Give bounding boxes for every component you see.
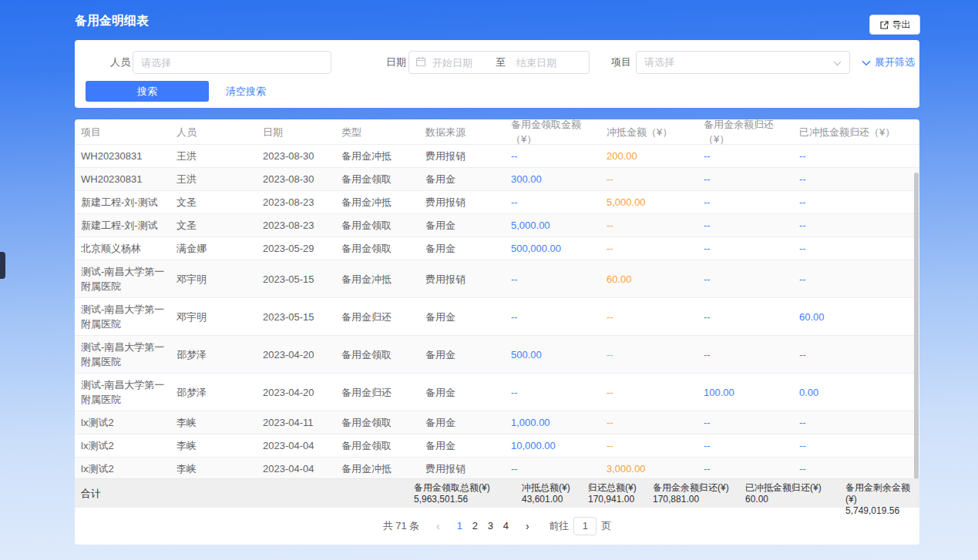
cell: 备用金归还 bbox=[335, 306, 419, 328]
cell: 备用金 bbox=[419, 214, 505, 236]
cell: 邵梦泽 bbox=[170, 344, 257, 366]
cell: 李峡 bbox=[170, 434, 257, 457]
table-row: lx测试2李峡2023-04-04备用金冲抵费用报销--3,000.00---- bbox=[75, 458, 919, 478]
export-icon bbox=[879, 20, 889, 30]
summary-item: 已冲抵金额归还(¥)60.00 bbox=[745, 482, 822, 505]
drawer-handle[interactable] bbox=[0, 252, 5, 279]
amount-cell: -- bbox=[793, 145, 919, 167]
filter-row: 人员 日期 至 项目 请选择 bbox=[75, 51, 919, 74]
summary-item: 备用金领取总额(¥)5,963,501.56 bbox=[414, 482, 490, 505]
summary-item-value: 43,601.00 bbox=[522, 494, 570, 505]
prev-page-button[interactable]: ‹ bbox=[430, 520, 445, 532]
amount-cell[interactable]: 500.00 bbox=[505, 344, 600, 366]
amount-cell[interactable]: 60.00 bbox=[793, 306, 919, 328]
project-filter-label: 项目 bbox=[611, 51, 631, 74]
amount-cell[interactable]: 3,000.00 bbox=[600, 458, 697, 478]
page-number-button[interactable]: 2 bbox=[467, 520, 482, 531]
amount-cell[interactable]: 100.00 bbox=[697, 381, 793, 404]
table-row: 测试-南昌大学第一附属医院邵梦泽2023-04-20备用金归还备用金----10… bbox=[75, 374, 919, 411]
amount-cell[interactable]: 500,000.00 bbox=[505, 237, 600, 260]
person-select-input[interactable] bbox=[133, 51, 331, 74]
cell: 备用金冲抵 bbox=[335, 145, 419, 167]
amount-cell[interactable]: 200.00 bbox=[600, 145, 697, 167]
summary-item-value: 60.00 bbox=[745, 494, 822, 505]
amount-cell: -- bbox=[505, 306, 600, 328]
pagination-bar: 共 71 条 ‹ 1234 › 前往 页 bbox=[75, 508, 919, 544]
summary-item-label: 冲抵总额(¥) bbox=[522, 482, 570, 494]
cell: 备用金冲抵 bbox=[335, 191, 419, 213]
cell: 2023-04-04 bbox=[257, 458, 335, 478]
amount-cell: -- bbox=[793, 268, 919, 290]
page-root: 备用金明细表 导出 人员 日期 至 bbox=[0, 0, 978, 560]
cell: 费用报销 bbox=[419, 268, 505, 290]
project-select[interactable]: 请选择 bbox=[636, 51, 850, 74]
next-page-button[interactable]: › bbox=[519, 520, 535, 532]
cell: 2023-05-15 bbox=[257, 268, 335, 290]
cell: 2023-08-30 bbox=[257, 168, 335, 190]
table-header-row: 项目人员日期类型数据来源备用金领取金额（¥）冲抵金额（¥）备用金余额归还（¥）已… bbox=[75, 119, 919, 145]
amount-cell[interactable]: 10,000.00 bbox=[505, 434, 600, 457]
amount-cell[interactable]: 60.00 bbox=[600, 268, 697, 290]
amount-cell[interactable]: 5,000.00 bbox=[600, 191, 697, 213]
summary-item: 冲抵总额(¥)43,601.00 bbox=[522, 482, 570, 505]
column-header: 冲抵金额（¥） bbox=[600, 121, 697, 143]
amount-cell: -- bbox=[505, 268, 600, 290]
export-button[interactable]: 导出 bbox=[869, 15, 920, 35]
amount-cell[interactable]: 300.00 bbox=[505, 168, 600, 190]
amount-cell: -- bbox=[505, 458, 600, 478]
cell: 李峡 bbox=[170, 458, 257, 478]
amount-cell: -- bbox=[697, 237, 793, 260]
cell: 费用报销 bbox=[419, 458, 505, 478]
amount-cell[interactable]: 5,000.00 bbox=[505, 214, 600, 236]
amount-cell: -- bbox=[793, 214, 919, 236]
table-summary-row: 合计 备用金领取总额(¥)5,963,501.56冲抵总额(¥)43,601.0… bbox=[75, 478, 919, 508]
amount-cell: -- bbox=[793, 168, 919, 190]
amount-cell: -- bbox=[697, 191, 793, 213]
page-number-button[interactable]: 3 bbox=[482, 520, 498, 531]
summary-item-value: 5,963,501.56 bbox=[414, 494, 490, 505]
clear-search-link[interactable]: 清空搜索 bbox=[226, 81, 266, 102]
summary-item-label: 归还总额(¥) bbox=[588, 482, 637, 494]
cell: 备用金冲抵 bbox=[335, 268, 419, 290]
amount-cell: -- bbox=[793, 344, 919, 366]
cell: 费用报销 bbox=[419, 145, 505, 167]
summary-item-value: 170,881.00 bbox=[653, 494, 729, 505]
end-date-input[interactable] bbox=[513, 57, 572, 69]
table-row: lx测试2李峡2023-04-04备用金领取备用金10,000.00------ bbox=[75, 434, 919, 458]
table-card: 项目人员日期类型数据来源备用金领取金额（¥）冲抵金额（¥）备用金余额归还（¥）已… bbox=[75, 119, 919, 545]
cell: 备用金 bbox=[419, 344, 505, 366]
cell: 文圣 bbox=[170, 191, 257, 213]
amount-cell: -- bbox=[793, 191, 919, 213]
summary-item: 归还总额(¥)170,941.00 bbox=[588, 482, 637, 505]
page-number-button[interactable]: 4 bbox=[498, 520, 513, 531]
cell: 备用金归还 bbox=[335, 381, 419, 404]
column-header: 数据来源 bbox=[419, 121, 505, 143]
cell: lx测试2 bbox=[75, 458, 170, 478]
cell: 2023-08-23 bbox=[257, 214, 335, 236]
cell: 2023-05-15 bbox=[257, 306, 335, 328]
cell: 费用报销 bbox=[419, 191, 505, 213]
column-header: 项目 bbox=[75, 121, 170, 143]
date-range-picker[interactable]: 至 bbox=[408, 51, 590, 74]
summary-item-label: 已冲抵金额归还(¥) bbox=[745, 482, 822, 494]
cell: 备用金 bbox=[419, 168, 505, 190]
cell: 2023-04-11 bbox=[257, 411, 335, 434]
expand-filter-link[interactable]: 展开筛选 bbox=[862, 51, 915, 74]
summary-item-label: 备用金余额归还(¥) bbox=[653, 482, 729, 494]
cell: lx测试2 bbox=[75, 434, 170, 457]
column-header: 人员 bbox=[170, 121, 257, 143]
summary-item: 备用金剩余金额(¥)5,749,019.56 bbox=[845, 482, 919, 517]
amount-cell[interactable]: 1,000.00 bbox=[505, 411, 600, 434]
cell: 备用金 bbox=[419, 381, 505, 404]
cell: WH20230831 bbox=[75, 168, 170, 190]
vertical-scrollbar-thumb[interactable] bbox=[914, 173, 919, 478]
summary-item-label: 备用金领取总额(¥) bbox=[414, 482, 490, 494]
date-range-separator: 至 bbox=[491, 55, 510, 69]
start-date-input[interactable] bbox=[429, 57, 488, 69]
amount-cell[interactable]: 0.00 bbox=[793, 381, 919, 404]
table-row: 新建工程-刘-测试文圣2023-08-23备用金冲抵费用报销--5,000.00… bbox=[75, 191, 919, 214]
chevron-down-icon bbox=[833, 57, 842, 69]
goto-page-input[interactable] bbox=[573, 517, 597, 535]
page-number-button[interactable]: 1 bbox=[452, 520, 467, 531]
search-button[interactable]: 搜索 bbox=[86, 81, 209, 102]
